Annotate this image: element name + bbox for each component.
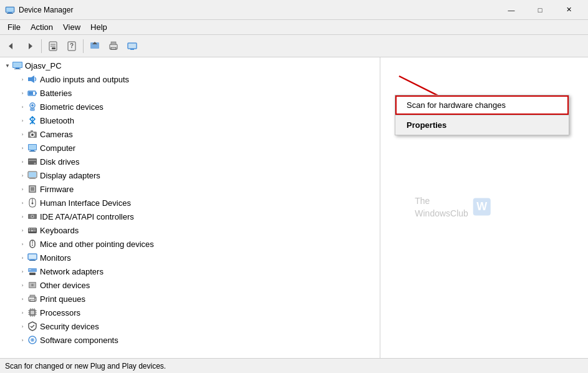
display-label: Display adapters [40, 171, 100, 180]
tree-item-keyboard[interactable]: › Keyboards [0, 223, 380, 237]
security-expand: › [17, 321, 27, 331]
tree-item-mouse[interactable]: › Mice and other pointing devices [0, 237, 380, 251]
svg-rect-81 [30, 299, 35, 301]
keyboard-expand: › [17, 225, 27, 235]
context-menu-properties[interactable]: Properties [395, 115, 569, 135]
monitors-icon [27, 253, 37, 263]
menu-view[interactable]: View [58, 21, 85, 33]
svg-point-36 [32, 134, 34, 136]
svg-rect-15 [111, 42, 116, 45]
toolbar-update[interactable] [86, 37, 104, 55]
print-icon [27, 294, 37, 304]
tree-item-firmware[interactable]: › Firmware [0, 182, 380, 196]
tree-item-processor[interactable]: › Proces [0, 306, 380, 319]
tree-item-cameras[interactable]: › Cameras [0, 127, 380, 141]
hid-expand: › [17, 198, 27, 208]
processor-expand: › [17, 308, 27, 317]
menu-help[interactable]: Help [85, 21, 112, 33]
toolbar-scan[interactable] [123, 37, 141, 55]
bluetooth-expand: › [17, 115, 27, 125]
watermark-icon: W [472, 197, 492, 219]
processor-label: Processors [40, 308, 80, 317]
biometric-label: Biometric devices [40, 102, 104, 112]
tree-item-bluetooth[interactable]: › Bluetooth [0, 114, 380, 127]
toolbar-forward[interactable] [21, 37, 39, 55]
computer-tree-icon [27, 143, 37, 153]
tree-item-ide[interactable]: › IDE ATA/ATAPI controllers [0, 210, 380, 223]
root-expand-arrow: ▼ [2, 61, 12, 70]
computer-icon [12, 61, 22, 70]
tree-item-batteries[interactable]: › Batteries [0, 86, 380, 100]
svg-marker-5 [29, 43, 32, 49]
ide-expand: › [17, 211, 27, 221]
svg-rect-48 [29, 178, 36, 179]
status-bar: Scan for changed or new Plug and Play de… [0, 358, 588, 373]
svg-rect-72 [29, 260, 36, 261]
device-tree[interactable]: ▼ Ojasv_PC › Audio i [0, 57, 380, 358]
cameras-icon [27, 129, 37, 139]
svg-rect-60 [31, 228, 32, 230]
display-expand: › [17, 170, 27, 180]
tree-item-security[interactable]: › Security devices [0, 319, 380, 333]
hid-label: Human Interface Devices [40, 198, 131, 208]
status-text: Scan for changed or new Plug and Play de… [5, 362, 166, 371]
tree-item-audio[interactable]: › Audio inputs and outputs [0, 72, 380, 86]
app-icon [5, 5, 15, 15]
svg-rect-64 [31, 230, 34, 231]
tree-item-biometric[interactable]: › Biometric devices [0, 100, 380, 114]
svg-rect-41 [29, 151, 36, 152]
svg-rect-62 [34, 228, 36, 230]
svg-rect-74 [29, 273, 36, 275]
svg-rect-21 [13, 62, 22, 67]
tree-item-network[interactable]: › Network adapters [0, 264, 380, 278]
audio-icon [27, 74, 37, 84]
menu-file[interactable]: File [2, 21, 26, 33]
svg-rect-23 [14, 69, 21, 69]
watermark: The WindowsClub W [415, 195, 492, 220]
print-label: Print queues [40, 294, 85, 304]
tree-item-disk[interactable]: › Disk drives [0, 155, 380, 168]
svg-point-82 [34, 298, 36, 299]
tree-item-other[interactable]: › Other devices [0, 278, 380, 292]
tree-root[interactable]: ▼ Ojasv_PC [0, 59, 380, 72]
toolbar-back[interactable] [2, 37, 20, 55]
firmware-icon [27, 184, 37, 194]
svg-text:?: ? [70, 42, 74, 49]
security-icon [27, 321, 37, 331]
toolbar-print[interactable] [105, 37, 122, 55]
cameras-expand: › [17, 129, 27, 139]
maximize-button[interactable]: □ [526, 0, 554, 20]
ide-label: IDE ATA/ATAPI controllers [40, 212, 134, 221]
other-label: Other devices [40, 281, 90, 290]
tree-item-print[interactable]: › Print queues [0, 292, 380, 306]
minimize-button[interactable]: — [497, 0, 526, 20]
batteries-expand: › [17, 88, 27, 98]
context-menu-scan[interactable]: Scan for hardware changes [395, 95, 569, 115]
toolbar-sep-2 [83, 39, 84, 53]
tree-item-display[interactable]: › Display adapters [0, 168, 380, 182]
audio-label: Audio inputs and outputs [40, 75, 129, 84]
toolbar-properties[interactable] [44, 37, 62, 55]
svg-point-54 [32, 203, 34, 205]
menu-action[interactable]: Action [26, 21, 58, 33]
tree-item-computer[interactable]: › Computer [0, 141, 380, 155]
svg-rect-70 [29, 254, 36, 259]
svg-rect-19 [128, 44, 136, 48]
biometric-icon [27, 102, 37, 112]
batteries-label: Batteries [40, 89, 72, 98]
tree-item-hid[interactable]: › Human Interface Devices [0, 196, 380, 210]
toolbar-sep-1 [41, 39, 42, 53]
tree-item-software[interactable]: › Software components [0, 333, 380, 347]
processor-icon [27, 308, 37, 317]
software-label: Software components [40, 336, 118, 345]
toolbar-help[interactable]: ? [63, 37, 80, 55]
computer-label: Computer [40, 143, 75, 153]
close-button[interactable]: ✕ [554, 0, 583, 20]
svg-rect-63 [29, 230, 30, 231]
print-expand: › [17, 294, 27, 304]
tree-item-monitors[interactable]: › Monitors [0, 251, 380, 264]
svg-rect-37 [31, 130, 33, 132]
watermark-text: The WindowsClub [415, 195, 468, 220]
biometric-expand: › [17, 102, 27, 112]
svg-rect-18 [130, 49, 134, 50]
